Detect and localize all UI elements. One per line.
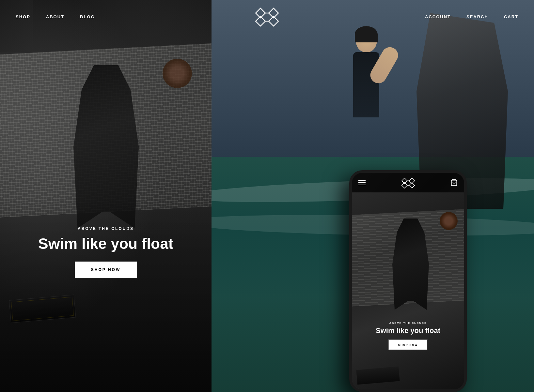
phone-scene: ABOVE THE CLOUDS Swim like you float SHO…	[352, 192, 464, 389]
nav-account[interactable]: ACCOUNT	[425, 14, 451, 19]
nav-shop[interactable]: SHOP	[16, 14, 30, 19]
nav-blog[interactable]: BLOG	[80, 14, 95, 19]
brush-prop	[163, 59, 192, 88]
left-overlay	[0, 196, 212, 392]
shop-now-button[interactable]: SHOP NOW	[75, 262, 137, 278]
woman-body	[353, 52, 379, 117]
nav-cart[interactable]: CART	[504, 14, 518, 19]
phone-title: Swim like you float	[376, 326, 440, 335]
right-background: ABOVE THE CLOUDS Swim like you float SHO…	[212, 0, 534, 392]
nav-left: SHOP ABOUT BLOG	[16, 14, 95, 19]
hero-subtitle: ABOVE THE CLOUDS	[38, 226, 173, 231]
right-panel: ABOVE THE CLOUDS Swim like you float SHO…	[212, 0, 534, 392]
phone-inner: ABOVE THE CLOUDS Swim like you float SHO…	[352, 173, 464, 389]
navbar: SHOP ABOUT BLOG ACCOUNT SEARCH	[0, 0, 534, 34]
phone-navbar	[352, 173, 464, 192]
hamburger-icon[interactable]	[358, 180, 366, 185]
phone-book	[356, 366, 400, 384]
logo[interactable]	[254, 5, 280, 29]
phone-shop-now-button[interactable]: SHOP NOW	[388, 339, 428, 350]
woman-figure	[334, 26, 399, 157]
phone-brush	[440, 212, 458, 230]
left-panel: ABOVE THE CLOUDS Swim like you float SHO…	[0, 0, 212, 392]
phone-hero-text: ABOVE THE CLOUDS Swim like you float SHO…	[376, 322, 440, 350]
phone-subtitle: ABOVE THE CLOUDS	[376, 322, 440, 324]
phone-logo	[401, 176, 416, 189]
hero-title: Swim like you float	[38, 235, 173, 252]
hero-text: ABOVE THE CLOUDS Swim like you float SHO…	[38, 226, 173, 278]
phone-cart-icon[interactable]	[450, 179, 458, 186]
nav-right: ACCOUNT SEARCH CART	[425, 14, 518, 19]
nav-about[interactable]: ABOUT	[46, 14, 64, 19]
left-background: ABOVE THE CLOUDS Swim like you float SHO…	[0, 0, 212, 392]
phone-mockup: ABOVE THE CLOUDS Swim like you float SHO…	[349, 170, 467, 392]
left-scene	[0, 0, 212, 392]
nav-search[interactable]: SEARCH	[466, 14, 488, 19]
